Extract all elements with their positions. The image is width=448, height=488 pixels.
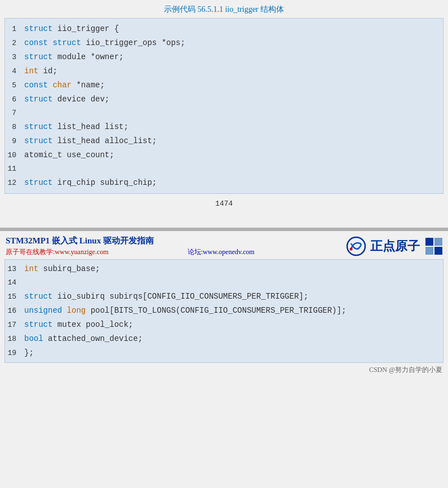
code-token: struct (24, 292, 52, 301)
line-number: 15 (5, 291, 21, 303)
line-number: 6 (5, 94, 21, 106)
code-token: int (24, 264, 38, 273)
link-openedv[interactable]: 论坛:www.openedv.com (188, 247, 255, 257)
bottom-code-block: 13int subirq_base;1415struct iio_subirq … (5, 259, 443, 363)
code-token: iio_subirq subirqs[CONFIG_IIO_CONSUMERS_… (52, 292, 308, 301)
code-token: irq_chip (52, 178, 95, 187)
code-token: *owner; (86, 52, 123, 61)
top-section: 示例代码 56.5.1.1 iio_trigger 结构体 1struct ii… (0, 0, 448, 228)
line-number: 17 (5, 319, 21, 331)
logo-sq-1 (425, 238, 433, 246)
code-token: device (52, 95, 86, 104)
svg-point-1 (350, 248, 353, 251)
code-token: struct (48, 38, 81, 47)
table-row: 7 (5, 107, 443, 120)
table-row: 1struct iio_trigger { (5, 22, 443, 36)
header-right: 正点原子 (345, 236, 442, 257)
code-token: struct (24, 178, 52, 187)
code-token: struct (24, 122, 52, 131)
line-number: 12 (5, 177, 21, 189)
top-code-block: 1struct iio_trigger {2const struct iio_t… (5, 18, 443, 194)
line-number: 1 (5, 23, 21, 36)
logo-sq-4 (434, 247, 442, 255)
line-number: 5 (5, 79, 21, 92)
line-content: unsigned long pool[BITS_TO_LONGS(CONFIG_… (21, 304, 443, 317)
header-bar: STM32MP1 嵌入式 Linux 驱动开发指南 原子哥在线教学:www.yu… (0, 231, 448, 259)
line-content: const char *name; (21, 79, 443, 91)
code-token: id; (38, 66, 57, 76)
line-number: 16 (5, 305, 21, 317)
table-row: 5const char *name; (5, 78, 443, 92)
code-token: list_head (52, 136, 100, 145)
code-token: attached_own_device; (43, 334, 143, 343)
code-token: }; (24, 348, 34, 357)
line-number: 2 (5, 37, 21, 50)
line-number: 13 (5, 263, 21, 276)
line-number: 11 (5, 163, 21, 175)
table-row: 19}; (5, 346, 443, 360)
line-number: 9 (5, 135, 21, 148)
watermark-text: CSDN @努力自学的小夏 (369, 365, 442, 375)
table-row: 10atomic_t use_count; (5, 148, 443, 162)
code-token: subirq_base; (38, 264, 100, 273)
line-number: 8 (5, 121, 21, 134)
logo-text: 正点原子 (370, 238, 420, 255)
code-token: struct (24, 24, 52, 33)
code-token: const (24, 38, 48, 47)
svg-point-0 (347, 237, 365, 255)
header-left: STM32MP1 嵌入式 Linux 驱动开发指南 原子哥在线教学:www.yu… (6, 236, 255, 257)
code-token: mutex (52, 320, 81, 329)
code-token: pool[BITS_TO_LONGS(CONFIG_IIO_CONSUMERS_… (86, 306, 346, 315)
table-row: 11 (5, 162, 443, 176)
logo-sq-2 (434, 238, 442, 246)
line-number: 3 (5, 51, 21, 64)
code-token: list; (100, 122, 128, 131)
line-number: 18 (5, 333, 21, 345)
logo-sq-3 (425, 247, 433, 255)
code-token: int (24, 66, 38, 76)
table-row: 8struct list_head list; (5, 120, 443, 134)
line-content: bool attached_own_device; (21, 332, 443, 345)
code-token: *name; (72, 81, 105, 90)
logo-swirl-icon (345, 236, 367, 257)
line-content: int subirq_base; (21, 263, 443, 275)
code-token: long (62, 306, 86, 315)
watermark-bar: CSDN @努力自学的小夏 (0, 363, 448, 376)
line-content: }; (21, 347, 443, 359)
table-row: 14 (5, 276, 443, 290)
line-content: const struct iio_trigger_ops *ops; (21, 37, 443, 49)
code-title: 示例代码 56.5.1.1 iio_trigger 结构体 (0, 0, 448, 18)
table-row: 18bool attached_own_device; (5, 332, 443, 346)
code-token: alloc_list; (100, 136, 157, 145)
line-content: struct iio_subirq subirqs[CONFIG_IIO_CON… (21, 290, 443, 303)
code-token: subirq_chip; (95, 178, 157, 187)
code-token: struct (24, 136, 52, 145)
table-row: 12struct irq_chip subirq_chip; (5, 176, 443, 190)
table-row: 17struct mutex pool_lock; (5, 318, 443, 332)
header-title: STM32MP1 嵌入式 Linux 驱动开发指南 (6, 236, 255, 246)
code-token: bool (24, 334, 43, 343)
line-number: 14 (5, 277, 21, 289)
link-yuanzige[interactable]: 原子哥在线教学:www.yuanzige.com (6, 247, 109, 257)
line-number: 19 (5, 347, 21, 360)
line-content: struct iio_trigger { (21, 23, 443, 35)
line-content: struct mutex pool_lock; (21, 318, 443, 331)
code-token: unsigned (24, 306, 62, 315)
line-content: struct list_head list; (21, 121, 443, 133)
table-row: 4int id; (5, 64, 443, 78)
line-content: int id; (21, 65, 443, 77)
table-row: 2const struct iio_trigger_ops *ops; (5, 36, 443, 50)
code-token: struct (24, 95, 52, 104)
line-content: struct device dev; (21, 93, 443, 105)
code-token: pool_lock; (81, 320, 133, 329)
table-row: 6struct device dev; (5, 92, 443, 107)
code-token: use_count; (62, 150, 114, 159)
header-links: 原子哥在线教学:www.yuanzige.com 论坛:www.openedv.… (6, 247, 255, 257)
table-row: 3struct module *owner; (5, 50, 443, 64)
code-token: *ops; (157, 38, 185, 47)
table-row: 9struct list_head alloc_list; (5, 134, 443, 148)
code-token: module (52, 52, 86, 61)
bottom-section: STM32MP1 嵌入式 Linux 驱动开发指南 原子哥在线教学:www.yu… (0, 231, 448, 376)
line-number: 4 (5, 65, 21, 78)
logo-squares (425, 238, 442, 255)
